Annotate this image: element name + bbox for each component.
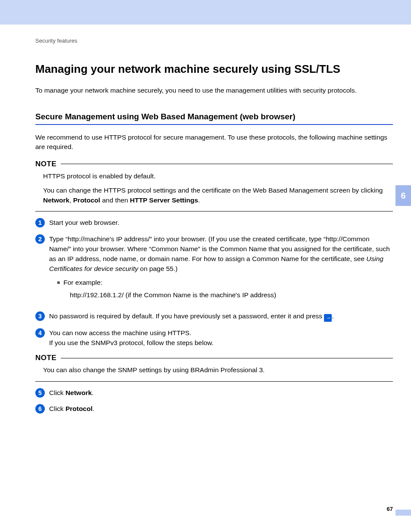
step-1: 1 Start your web browser. (35, 218, 393, 227)
step-6-bold: Protocol (65, 405, 93, 412)
page-number: 67 (387, 506, 393, 512)
step-3-text-a: No password is required by default. If y… (49, 312, 324, 320)
step-number-icon: 5 (35, 388, 45, 398)
step-2-text-b: on page 55.) (138, 265, 177, 272)
step-6-pre: Click (49, 405, 65, 412)
step-1-text: Start your web browser. (49, 218, 393, 227)
note1-line1: HTTPS protocol is enabled by default. (43, 171, 393, 181)
section-rule (35, 124, 393, 125)
page-title: Managing your network machine securely u… (35, 62, 393, 76)
step-3-text-b: . (332, 312, 333, 320)
note-label: NOTE (35, 354, 61, 362)
note-block-2: NOTE You can also change the SNMP settin… (35, 354, 393, 381)
page-number-bar (395, 510, 411, 516)
step-5-post: . (92, 389, 93, 396)
step-2-sub-example: http://192.168.1.2/ (if the Common Name … (57, 290, 393, 300)
intro-paragraph: To manage your network machine securely,… (35, 86, 393, 95)
step-number-icon: 3 (35, 311, 45, 321)
note-rule-top (61, 358, 393, 358)
breadcrumb: Security features (35, 37, 393, 44)
step-number-icon: 1 (35, 218, 45, 227)
step-5-pre: Click (49, 389, 65, 396)
page-body: Security features Managing your network … (0, 25, 411, 414)
side-chapter-tab: 6 (395, 185, 411, 206)
step-2-text-a: Type “http://machine's IP address/” into… (49, 235, 390, 263)
steps-list-2: 5 Click Network. 6 Click Protocol. (35, 388, 393, 414)
step-2-sub-label: For example: (57, 277, 393, 287)
note-label: NOTE (35, 160, 61, 168)
step-5-bold: Network (65, 389, 92, 396)
section-heading: Secure Management using Web Based Manage… (35, 112, 393, 122)
step-4-text-a: You can now access the machine using HTT… (49, 328, 393, 338)
step-number-icon: 2 (35, 234, 45, 244)
section-intro: We recommend to use HTTPS protocol for s… (35, 133, 393, 152)
top-header-band (0, 0, 411, 25)
step-5: 5 Click Network. (35, 388, 393, 398)
note-rule-top (61, 164, 393, 164)
note2-line1: You can also change the SNMP settings by… (43, 365, 393, 375)
step-2: 2 Type “http://machine's IP address/” in… (35, 234, 393, 300)
step-number-icon: 4 (35, 328, 45, 338)
note-rule-bottom (35, 211, 393, 212)
arrow-right-icon: → (324, 314, 332, 322)
step-4: 4 You can now access the machine using H… (35, 328, 393, 348)
step-3: 3 No password is required by default. If… (35, 311, 393, 322)
note-rule-bottom (35, 381, 393, 382)
step-number-icon: 6 (35, 404, 45, 414)
steps-list: 1 Start your web browser. 2 Type “http:/… (35, 218, 393, 348)
step-6-post: . (93, 405, 94, 412)
step-6: 6 Click Protocol. (35, 404, 393, 414)
step-4-text-b: If you use the SNMPv3 protocol, follow t… (49, 338, 393, 348)
note-block-1: NOTE HTTPS protocol is enabled by defaul… (35, 160, 393, 212)
note1-line2: You can change the HTTPS protocol settin… (43, 185, 393, 205)
